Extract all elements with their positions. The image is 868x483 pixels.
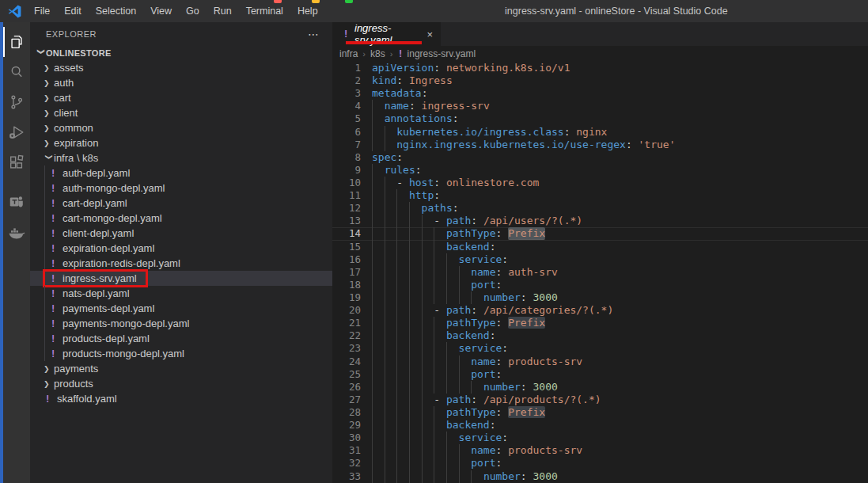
- file-nats-depl-yaml[interactable]: !nats-depl.yaml: [30, 286, 332, 301]
- breadcrumb-segment-infra[interactable]: infra: [339, 48, 358, 59]
- token-key: backend: [446, 329, 490, 341]
- code-line-9[interactable]: 9rules:: [332, 164, 868, 177]
- folder-cart[interactable]: ❯cart: [30, 90, 332, 105]
- file-auth-depl-yaml[interactable]: !auth-depl.yaml: [30, 165, 332, 181]
- tree-item-label: infra \ k8s: [54, 152, 98, 164]
- file-expiration-redis-depl-yaml[interactable]: !expiration-redis-depl.yaml: [30, 256, 332, 271]
- code-editor[interactable]: 1apiVersion: networking.k8s.io/v12kind: …: [332, 62, 868, 483]
- code-line-4[interactable]: 4name: ingress-srv: [332, 100, 868, 112]
- code-line-26[interactable]: 26number: 3000: [332, 381, 868, 394]
- code-line-19[interactable]: 19number: 3000: [332, 291, 868, 304]
- code-line-17[interactable]: 17name: auth-srv: [332, 266, 868, 279]
- file-payments-mongo-depl-yaml[interactable]: !payments-mongo-depl.yaml: [30, 316, 332, 331]
- extensions-icon[interactable]: [3, 147, 30, 177]
- file-cart-mongo-depl-yaml[interactable]: !cart-mongo-depl.yaml: [30, 211, 332, 226]
- code-line-3[interactable]: 3metadata:: [332, 87, 868, 100]
- code-line-1[interactable]: 1apiVersion: networking.k8s.io/v1: [332, 62, 868, 74]
- code-line-31[interactable]: 31name: products-srv: [332, 444, 868, 457]
- token-punct: :: [496, 457, 502, 469]
- file-tree: ❯ ONLINESTORE ❯assets❯auth❯cart❯client❯c…: [30, 45, 332, 406]
- file-products-depl-yaml[interactable]: !products-depl.yaml: [30, 331, 332, 346]
- folder-products[interactable]: ❯products: [30, 376, 332, 391]
- code-line-21[interactable]: 21pathType: Prefix: [332, 317, 868, 329]
- tab-close-icon[interactable]: ×: [425, 29, 434, 40]
- folder-expiration[interactable]: ❯expiration: [30, 135, 332, 150]
- menu-terminal[interactable]: Terminal: [239, 0, 290, 22]
- indent-guides: [372, 317, 446, 329]
- code-line-20[interactable]: 20- path: /api/categories/?(.*): [332, 304, 868, 317]
- code-line-29[interactable]: 29backend:: [332, 419, 868, 432]
- menu-selection[interactable]: Selection: [89, 0, 143, 22]
- indent-guides: [372, 241, 446, 253]
- source-control-icon[interactable]: [3, 87, 30, 117]
- code-line-24[interactable]: 24name: products-srv: [332, 356, 868, 368]
- more-actions-icon[interactable]: ⋯: [308, 28, 320, 40]
- token-str: nginx: [576, 126, 607, 138]
- menu-help[interactable]: Help: [290, 0, 325, 22]
- file-expiration-depl-yaml[interactable]: !expiration-depl.yaml: [30, 241, 332, 256]
- menu-file[interactable]: File: [27, 0, 57, 22]
- ms-teams-icon[interactable]: [3, 187, 30, 217]
- code-line-text: service:: [372, 432, 508, 444]
- menu-go[interactable]: Go: [179, 0, 207, 22]
- menu-edit[interactable]: Edit: [57, 0, 89, 22]
- explorer-icon[interactable]: [3, 27, 30, 57]
- tab-ingress-srv-yaml[interactable]: ! ingress-srv.yaml ×: [332, 22, 441, 46]
- code-line-text: kubernetes.io/ingress.class: nginx: [372, 126, 607, 139]
- tree-root-onlinestore[interactable]: ❯ ONLINESTORE: [30, 45, 332, 60]
- code-line-16[interactable]: 16service:: [332, 253, 868, 266]
- run-and-debug-icon[interactable]: [3, 117, 30, 147]
- indent-guides: [372, 457, 471, 470]
- code-line-8[interactable]: 8spec:: [332, 151, 868, 164]
- token-key: port: [471, 368, 495, 380]
- file-skaffold-yaml[interactable]: !skaffold.yaml: [30, 391, 332, 406]
- menu-view[interactable]: View: [143, 0, 179, 22]
- folder-infra-k8s[interactable]: ❯infra \ k8s: [30, 150, 332, 165]
- code-line-25[interactable]: 25port:: [332, 368, 868, 381]
- code-line-text: service:: [372, 342, 508, 355]
- token-punct: -: [396, 177, 409, 188]
- code-line-32[interactable]: 32port:: [332, 457, 868, 470]
- token-punct: -: [434, 394, 446, 405]
- search-icon[interactable]: [3, 57, 30, 87]
- token-str: /api/categories/?(.*): [483, 304, 613, 316]
- code-line-11[interactable]: 11http:: [332, 189, 868, 202]
- code-line-7[interactable]: 7nginx.ingress.kubernetes.io/use-regex: …: [332, 139, 868, 151]
- indent-guides: [372, 279, 471, 291]
- breadcrumb-file[interactable]: !ingress-srv.yaml: [397, 48, 476, 59]
- folder-auth[interactable]: ❯auth: [30, 75, 332, 90]
- code-line-2[interactable]: 2kind: Ingress: [332, 74, 868, 87]
- docker-icon[interactable]: [3, 217, 30, 247]
- file-products-mongo-depl-yaml[interactable]: !products-mongo-depl.yaml: [30, 346, 332, 361]
- code-line-18[interactable]: 18port:: [332, 279, 868, 291]
- code-line-text: annotations:: [372, 112, 459, 125]
- file-client-depl-yaml[interactable]: !client-depl.yaml: [30, 226, 332, 241]
- code-line-5[interactable]: 5annotations:: [332, 112, 868, 125]
- code-line-15[interactable]: 15backend:: [332, 241, 868, 253]
- code-line-13[interactable]: 13- path: /api/users/?(.*): [332, 215, 868, 227]
- code-line-14[interactable]: 14pathType: Prefix: [332, 227, 868, 240]
- folder-common[interactable]: ❯common: [30, 120, 332, 135]
- overlay-dot-red: [274, 0, 282, 3]
- code-line-27[interactable]: 27- path: /api/products/?(.*): [332, 394, 868, 406]
- folder-payments[interactable]: ❯payments: [30, 361, 332, 376]
- menu-run[interactable]: Run: [207, 0, 239, 22]
- code-line-28[interactable]: 28pathType: Prefix: [332, 406, 868, 419]
- code-line-6[interactable]: 6kubernetes.io/ingress.class: nginx: [332, 126, 868, 139]
- code-line-10[interactable]: 10- host: onlinestore.com: [332, 177, 868, 189]
- code-line-23[interactable]: 23service:: [332, 342, 868, 355]
- file-ingress-srv-yaml[interactable]: !ingress-srv.yaml: [30, 271, 332, 286]
- code-line-30[interactable]: 30service:: [332, 432, 868, 444]
- folder-assets[interactable]: ❯assets: [30, 60, 332, 75]
- token-punct: :: [415, 164, 422, 176]
- file-payments-depl-yaml[interactable]: !payments-depl.yaml: [30, 301, 332, 316]
- code-line-22[interactable]: 22backend:: [332, 329, 868, 342]
- file-cart-depl-yaml[interactable]: !cart-depl.yaml: [30, 196, 332, 211]
- token-punct: :: [471, 215, 483, 226]
- line-number: 28: [332, 406, 372, 419]
- folder-client[interactable]: ❯client: [30, 105, 332, 120]
- breadcrumb-segment-k8s[interactable]: k8s: [370, 48, 385, 59]
- code-line-12[interactable]: 12paths:: [332, 202, 868, 215]
- code-line-33[interactable]: 33number: 3000: [332, 470, 868, 483]
- file-auth-mongo-depl-yaml[interactable]: !auth-mongo-depl.yaml: [30, 181, 332, 196]
